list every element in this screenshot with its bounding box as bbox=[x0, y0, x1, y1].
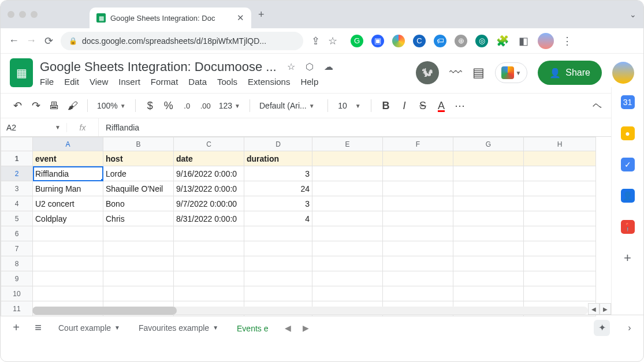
select-all-corner[interactable] bbox=[1, 137, 33, 151]
number-format-dropdown[interactable]: 123▼ bbox=[217, 101, 243, 110]
cell[interactable] bbox=[383, 226, 453, 241]
cell[interactable] bbox=[312, 256, 383, 271]
cell[interactable] bbox=[244, 271, 312, 286]
col-header-h[interactable]: H bbox=[524, 137, 596, 151]
cell[interactable] bbox=[383, 256, 453, 271]
close-window-dot[interactable] bbox=[8, 11, 14, 18]
cell[interactable]: U2 concert bbox=[33, 196, 103, 211]
cell[interactable]: Lorde bbox=[103, 166, 174, 181]
grammarly-ext-icon[interactable]: G bbox=[351, 35, 363, 47]
row-header[interactable]: 7 bbox=[1, 241, 33, 256]
cell[interactable] bbox=[453, 241, 524, 256]
cell[interactable] bbox=[312, 181, 383, 196]
cloud-status-icon[interactable]: ☁ bbox=[324, 61, 333, 72]
cell[interactable] bbox=[174, 226, 244, 241]
cell[interactable] bbox=[312, 166, 383, 181]
zoom-dropdown[interactable]: 100%▼ bbox=[95, 101, 128, 110]
cell[interactable] bbox=[174, 256, 244, 271]
sheet-tab-active[interactable]: Events e bbox=[229, 315, 276, 341]
cell[interactable]: 4 bbox=[244, 211, 312, 226]
cell[interactable] bbox=[453, 211, 524, 226]
cell[interactable] bbox=[312, 211, 383, 226]
target-ext-icon[interactable]: ◎ bbox=[475, 35, 488, 47]
cell[interactable]: Coldplay bbox=[33, 211, 103, 226]
cell[interactable]: host bbox=[103, 151, 174, 166]
cell[interactable] bbox=[524, 256, 596, 271]
cell[interactable] bbox=[312, 271, 383, 286]
cell[interactable]: 9/7/2022 0:00:00 bbox=[174, 196, 244, 211]
add-sidebar-icon[interactable]: + bbox=[621, 251, 635, 265]
sheets-logo-icon[interactable]: ▦ bbox=[10, 58, 33, 87]
calendar-sidebar-icon[interactable]: 31 bbox=[621, 95, 635, 109]
cell[interactable] bbox=[312, 241, 383, 256]
formula-input[interactable]: Rifflandia bbox=[99, 123, 146, 132]
col-header-f[interactable]: F bbox=[383, 137, 453, 151]
prev-sheet-icon[interactable]: ◀ bbox=[285, 323, 291, 333]
cell[interactable] bbox=[174, 241, 244, 256]
cell[interactable] bbox=[383, 196, 453, 211]
add-sheet-button[interactable]: + bbox=[6, 318, 26, 338]
cell[interactable]: Bono bbox=[103, 196, 174, 211]
cell[interactable] bbox=[383, 271, 453, 286]
pinwheel-ext-icon[interactable] bbox=[392, 35, 405, 47]
tasks-sidebar-icon[interactable]: ✓ bbox=[621, 158, 635, 171]
cell[interactable] bbox=[312, 226, 383, 241]
cell[interactable] bbox=[312, 286, 383, 301]
col-header-c[interactable]: C bbox=[174, 137, 244, 151]
zoom-ext-icon[interactable]: ▣ bbox=[371, 35, 384, 47]
browser-profile-avatar[interactable] bbox=[538, 33, 554, 49]
menu-tools[interactable]: Tools bbox=[217, 77, 237, 87]
cell[interactable]: 8/31/2022 0:00:0 bbox=[174, 211, 244, 226]
strikethrough-icon[interactable]: S bbox=[415, 100, 430, 112]
cell[interactable]: 3 bbox=[244, 166, 312, 181]
cell[interactable] bbox=[33, 271, 103, 286]
collapse-toolbar-icon[interactable]: ヘ bbox=[593, 100, 602, 112]
menu-view[interactable]: View bbox=[90, 77, 108, 87]
cell[interactable]: event bbox=[33, 151, 103, 166]
cell[interactable] bbox=[103, 241, 174, 256]
cell[interactable] bbox=[244, 256, 312, 271]
more-tools-icon[interactable]: ⋯ bbox=[452, 99, 467, 112]
move-doc-icon[interactable]: ⬡ bbox=[306, 61, 314, 72]
cell[interactable]: Burning Man bbox=[33, 181, 103, 196]
cell[interactable] bbox=[33, 226, 103, 241]
cell[interactable] bbox=[453, 166, 524, 181]
version-history-icon[interactable]: 〰 bbox=[449, 65, 462, 80]
toggle-sidepanel-icon[interactable]: › bbox=[621, 323, 638, 333]
print-icon[interactable]: 🖶 bbox=[47, 100, 62, 112]
cell[interactable] bbox=[244, 286, 312, 301]
cell[interactable] bbox=[383, 181, 453, 196]
row-header[interactable]: 6 bbox=[1, 226, 33, 241]
bold-icon[interactable]: B bbox=[378, 100, 393, 112]
cell[interactable] bbox=[524, 181, 596, 196]
scroll-right-icon[interactable]: ▶ bbox=[600, 303, 611, 315]
account-avatar[interactable] bbox=[612, 62, 634, 84]
cell[interactable] bbox=[174, 271, 244, 286]
col-header-a[interactable]: A bbox=[33, 137, 103, 151]
decrease-decimal-icon[interactable]: .0 bbox=[180, 102, 195, 110]
comments-icon[interactable]: ▤ bbox=[472, 65, 485, 80]
cell[interactable] bbox=[312, 196, 383, 211]
cell[interactable] bbox=[103, 256, 174, 271]
redo-icon[interactable]: ↷ bbox=[28, 99, 43, 112]
cell[interactable] bbox=[453, 286, 524, 301]
cell[interactable] bbox=[383, 151, 453, 166]
tabs-overflow-icon[interactable]: ⌄ bbox=[630, 10, 636, 19]
menu-data[interactable]: Data bbox=[188, 77, 207, 87]
cell[interactable]: 9/13/2022 0:00:0 bbox=[174, 181, 244, 196]
row-header[interactable]: 8 bbox=[1, 256, 33, 271]
cell[interactable] bbox=[524, 166, 596, 181]
cell[interactable] bbox=[103, 286, 174, 301]
document-title[interactable]: Google Sheets Integration: Documoose ... bbox=[40, 59, 277, 74]
cell[interactable] bbox=[453, 151, 524, 166]
currency-icon[interactable]: $ bbox=[143, 100, 158, 112]
minimize-window-dot[interactable] bbox=[19, 11, 26, 18]
menu-edit[interactable]: Edit bbox=[64, 77, 79, 87]
cell[interactable] bbox=[103, 226, 174, 241]
cell[interactable] bbox=[174, 286, 244, 301]
cell[interactable] bbox=[453, 196, 524, 211]
cell[interactable]: 3 bbox=[244, 196, 312, 211]
row-header[interactable]: 11 bbox=[1, 301, 33, 316]
extensions-puzzle-icon[interactable]: 🧩 bbox=[496, 35, 509, 47]
reload-button[interactable]: ⟳ bbox=[43, 35, 54, 47]
